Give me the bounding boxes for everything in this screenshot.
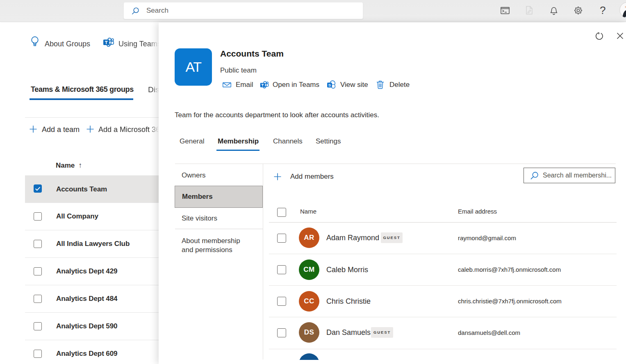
- svg-text:S: S: [328, 83, 331, 87]
